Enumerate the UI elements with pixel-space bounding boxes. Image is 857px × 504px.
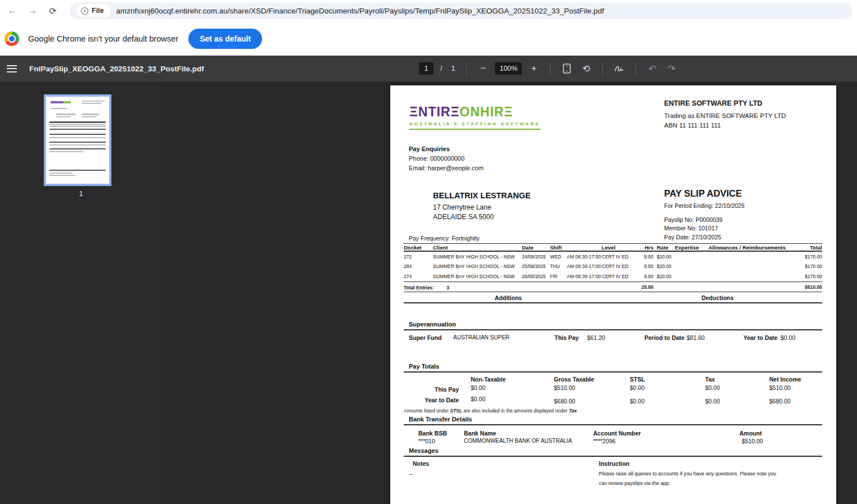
total-amount: $510.00 (805, 284, 822, 290)
thumbnail-sidebar: 1 (0, 81, 162, 504)
superannuation-row: Super Fund AUSTRALIAN SUPER This Pay $61… (404, 334, 822, 342)
default-browser-text: Google Chrome isn't your default browser (28, 34, 178, 43)
table-row: 272 SUMMER BAY HIGH SCHOOL - NSW 24/09/2… (404, 252, 822, 262)
cell-shift-day: THU (550, 264, 567, 269)
pay-totals-header-row: Non-Taxable Gross Taxable STSL Tax Net I… (404, 376, 822, 384)
ytd-stsl: $0.00 (630, 398, 644, 405)
this-pay-gross: $510.00 (554, 384, 575, 391)
bank-name-value: COMMONWEALTH BANK OF AUSTRALIA (464, 438, 572, 444)
entireonhire-logo: ΞNTIRΞONHIRΞ AUSTRALIA'S STAFFING SOFTWA… (409, 105, 540, 130)
pay-totals-ytd-row: Year to Date $0.00 $680.00 $0.00 $0.00 $… (404, 397, 822, 405)
super-period-value: $81.60 (687, 334, 705, 341)
zoom-out-icon[interactable]: − (476, 61, 490, 76)
instruction-text: Please raise all queries to accounts if … (599, 469, 801, 488)
page-thumbnail[interactable] (44, 94, 111, 186)
this-pay-net: $510.00 (769, 384, 791, 391)
bank-title: Bank Transfer Details (404, 416, 822, 425)
ytd-label: Year to Date (404, 397, 459, 403)
instruction-line1: Please raise all queries to accounts if … (599, 469, 801, 479)
super-ytd-label: Year to Date (743, 334, 778, 341)
pdf-controls: 1 / 1 − 100% + ⟲ ↶ ↷ (419, 56, 679, 81)
col-shift: Shift (550, 244, 602, 251)
advice-period: For Period Ending: 22/10/2025 (664, 202, 745, 209)
bank-header-row: Bank BSB Bank Name Account Number Amount (404, 430, 822, 438)
superannuation-section: Superannuation Super Fund AUSTRALIAN SUP… (404, 321, 822, 342)
redo-icon[interactable]: ↷ (664, 61, 679, 76)
cell-level: CERT IV ED (602, 254, 638, 260)
cell-date: 26/09/2025 (522, 274, 550, 279)
fit-to-page-icon[interactable] (560, 61, 574, 76)
pdf-page: ΞNTIRΞONHIRΞ AUSTRALIA'S STAFFING SOFTWA… (390, 85, 836, 504)
bank-bsb-value: ***010 (418, 438, 435, 444)
notes-label: Notes (413, 460, 429, 467)
bank-amount-value: $510.00 (742, 438, 763, 444)
cell-shift-time: AM 08:30-17:00 (567, 274, 602, 279)
employee-address2: ADELAIDE SA 5000 (433, 213, 531, 221)
ytd-tax: $0.00 (705, 398, 720, 405)
cell-total: $170.00 (793, 274, 822, 279)
header-net-income: Net Income (769, 376, 801, 383)
cell-shift-day: FRI (550, 274, 567, 279)
ytd-non-taxable: $0.00 (471, 396, 485, 402)
instruction-label: Instruction (599, 460, 629, 467)
col-hrs: Hrs (638, 244, 653, 251)
address-bar[interactable]: i File amznfsxnj60ocqf.entirehr.com.au/s… (70, 2, 853, 19)
pay-enquiries-email: Email: harper@xeople.com (409, 164, 484, 173)
cell-total: $170.00 (793, 254, 822, 260)
cell-date: 25/09/2025 (522, 264, 550, 269)
bank-values-row: ***010 COMMONWEALTH BANK OF AUSTRALIA **… (404, 438, 822, 446)
col-rate: Rate (653, 244, 675, 251)
instruction-line2: can review payslips via the app. (599, 479, 801, 488)
current-page-input[interactable]: 1 (419, 62, 434, 75)
col-expertise: Expertise (675, 244, 709, 251)
col-client: Client (433, 244, 522, 251)
pdf-toolbar: FnlPaySlip_XEOGGA_20251022_33_PostFile.p… (0, 56, 857, 81)
note-tax: Tax (569, 408, 576, 414)
pay-enquiries-title: Pay Enquiries (409, 144, 484, 154)
set-as-default-button[interactable]: Set as default (188, 29, 262, 49)
cell-docket: 272 (404, 254, 433, 260)
additions-deductions-header: Additions Deductions (404, 292, 822, 303)
entries-table: Docket Client Date Shift Level Hrs Rate … (404, 243, 822, 303)
cell-client: SUMMER BAY HIGH SCHOOL - NSW (433, 274, 522, 279)
header-non-taxable: Non-Taxable (471, 376, 506, 383)
cell-docket: 284 (404, 264, 433, 269)
header-gross-taxable: Gross Taxable (554, 376, 594, 383)
info-icon: i (81, 7, 88, 15)
header-tax: Tax (705, 376, 715, 383)
superannuation-title: Superannuation (404, 321, 822, 330)
toolbar-divider (602, 62, 603, 75)
pdf-viewer-area: 1 ΞNTIRΞONHIRΞ AUSTRALIA'S STAFFING SOFT… (0, 81, 857, 504)
annotate-pen-icon[interactable] (612, 61, 626, 76)
ytd-gross: $680.00 (554, 398, 575, 405)
total-entries-count: 3 (446, 285, 449, 290)
toolbar-divider (635, 62, 636, 75)
stsl-note: Amounts listed under STSL are also inclu… (404, 408, 822, 414)
zoom-level-input[interactable]: 100% (495, 62, 522, 75)
url-text[interactable]: amznfsxnj60ocqf.entirehr.com.au/share/XS… (116, 7, 605, 15)
file-scheme-chip[interactable]: i File (76, 4, 111, 17)
table-row: 274 SUMMER BAY HIGH SCHOOL - NSW 26/09/2… (404, 271, 822, 281)
menu-icon[interactable] (7, 65, 17, 72)
bank-name-label: Bank Name (464, 430, 496, 437)
total-hours: 25.50 (637, 284, 653, 290)
logo-word-green: ONHIRΞ (459, 105, 513, 119)
cell-client: SUMMER BAY HIGH SCHOOL - NSW (433, 254, 522, 260)
header-stsl: STSL (630, 376, 645, 383)
cell-client: SUMMER BAY HIGH SCHOOL - NSW (433, 264, 522, 269)
back-icon[interactable]: ← (4, 3, 20, 19)
zoom-in-icon[interactable]: + (526, 61, 541, 76)
undo-icon[interactable]: ↶ (645, 61, 660, 76)
col-date: Date (522, 244, 550, 251)
super-this-pay-value: $61.20 (587, 334, 605, 341)
logo-word-purple: ΞNTIRΞ (409, 105, 459, 119)
total-pages: 1 (451, 65, 455, 72)
forward-icon[interactable]: → (25, 3, 40, 19)
cell-rate: $20.00 (653, 254, 675, 260)
reload-icon[interactable]: ⟳ (45, 3, 61, 19)
note-stsl: STSL (450, 408, 462, 414)
rotate-icon[interactable]: ⟲ (579, 61, 593, 76)
super-fund-label: Super Fund (409, 334, 441, 341)
cell-hrs: 8.50 (638, 274, 653, 279)
employee-name: BELLATRIX LESTRANGE (433, 191, 531, 200)
